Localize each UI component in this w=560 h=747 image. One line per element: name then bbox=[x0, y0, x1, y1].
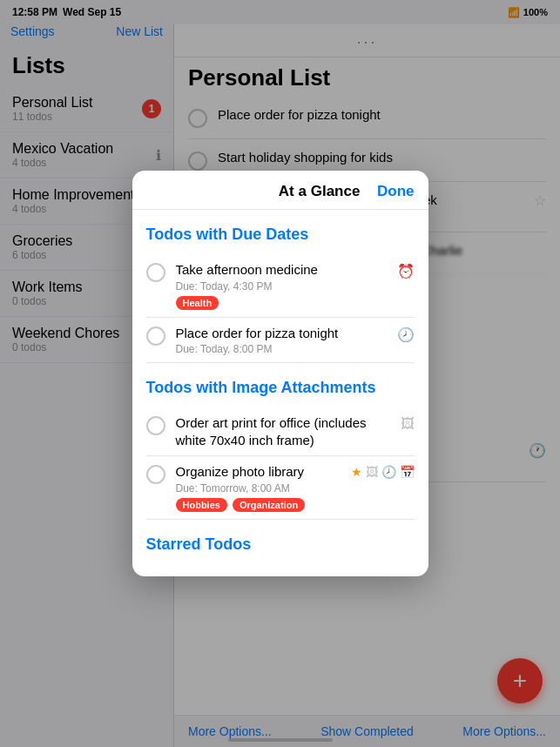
modal-todo-title: Organize photo library bbox=[176, 463, 341, 481]
modal-section-starred: Starred Todos bbox=[146, 535, 415, 554]
modal-todo-item: Place order for pizza tonight Due: Today… bbox=[146, 318, 415, 364]
tag-health: Health bbox=[176, 296, 219, 310]
image-icon: 🖼 bbox=[401, 416, 415, 432]
modal-overlay[interactable]: At a Glance Done Todos with Due Dates Ta… bbox=[0, 0, 560, 747]
modal-todo-title: Take afternoon medicine bbox=[176, 261, 387, 279]
clock-icon: 🕗 bbox=[397, 326, 415, 343]
modal-todo-title: Place order for pizza tonight bbox=[176, 325, 387, 342]
at-a-glance-modal: At a Glance Done Todos with Due Dates Ta… bbox=[132, 171, 428, 576]
modal-section-image-attachments: Todos with Image Attachments bbox=[146, 379, 415, 397]
image-icon: 🖼 bbox=[366, 465, 378, 479]
modal-todo-item: Order art print for office (includes whi… bbox=[146, 407, 415, 456]
modal-todo-due: Due: Tomorrow, 8:00 AM bbox=[176, 482, 341, 495]
modal-todo-checkbox[interactable] bbox=[146, 263, 165, 282]
star-filled-icon: ★ bbox=[351, 465, 362, 479]
modal-todo-title: Order art print for office (includes whi… bbox=[176, 414, 390, 448]
modal-header: At a Glance Done bbox=[132, 171, 428, 210]
modal-todo-due: Due: Today, 8:00 PM bbox=[176, 343, 387, 355]
modal-todo-checkbox[interactable] bbox=[146, 326, 165, 346]
modal-todo-item: Organize photo library Due: Tomorrow, 8:… bbox=[146, 456, 415, 520]
modal-todo-tags: Health bbox=[176, 296, 387, 310]
modal-body: Todos with Due Dates Take afternoon medi… bbox=[132, 210, 428, 576]
modal-todo-item: Take afternoon medicine Due: Today, 4:30… bbox=[146, 254, 415, 318]
modal-todo-due: Due: Today, 4:30 PM bbox=[176, 280, 387, 293]
tag-hobbies: Hobbies bbox=[176, 498, 227, 512]
clock-alarm-icon: ⏰ bbox=[397, 263, 415, 279]
modal-done-button[interactable]: Done bbox=[377, 183, 415, 200]
calendar-icon: 📅 bbox=[400, 465, 415, 479]
tag-organization: Organization bbox=[233, 498, 305, 512]
modal-section-due-dates: Todos with Due Dates bbox=[146, 225, 415, 244]
clock-icon: 🕗 bbox=[381, 465, 396, 479]
modal-title: At a Glance bbox=[261, 183, 377, 200]
modal-todo-checkbox[interactable] bbox=[146, 465, 165, 484]
modal-todo-tags: Hobbies Organization bbox=[176, 498, 341, 512]
modal-todo-checkbox[interactable] bbox=[146, 416, 165, 435]
